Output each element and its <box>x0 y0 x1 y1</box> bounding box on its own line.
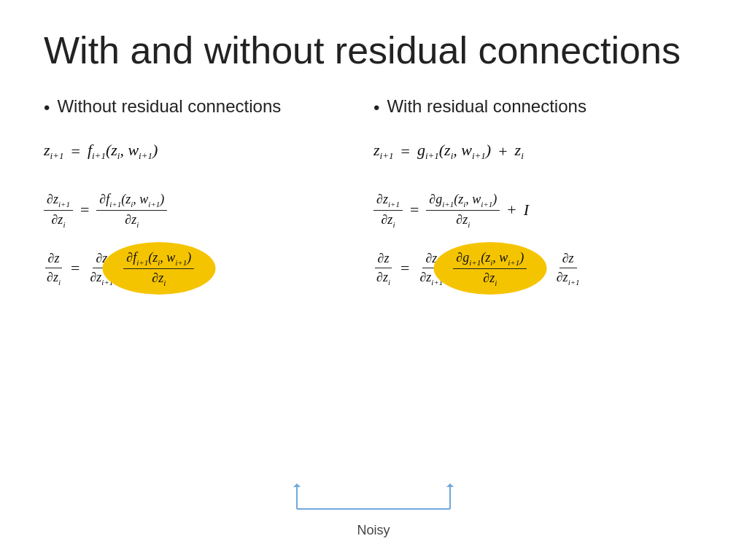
right-f2-lhs-frac: ∂zi+1 ∂zi <box>374 192 403 228</box>
svg-marker-1 <box>293 483 301 487</box>
noisy-label: Noisy <box>357 523 390 538</box>
right-f1-rhs: gi+1(zi, wi+1) <box>417 141 491 162</box>
left-formula-2: ∂zi+1 ∂zi = ∂fi+1(zi, wi+1) ∂zi <box>44 192 374 228</box>
right-f3-last-frac: ∂z ∂zi+1 <box>554 251 583 287</box>
left-f2-lhs-frac: ∂zi+1 ∂zi <box>44 192 73 228</box>
left-column: • Without residual connections zi+1 = fi… <box>44 95 374 306</box>
right-oval-highlight: ∂gi+1(zi, wi+1) ∂zi <box>453 250 527 287</box>
left-bullet-dot: • <box>44 96 50 119</box>
right-formula-2: ∂zi+1 ∂zi = ∂gi+1(zi, wi+1) ∂zi + I <box>374 192 703 228</box>
noisy-arrows <box>220 483 527 520</box>
right-f2-rhs-frac: ∂gi+1(zi, wi+1) ∂zi <box>426 192 500 228</box>
left-bullet: • Without residual connections <box>44 95 374 119</box>
columns-container: • Without residual connections zi+1 = fi… <box>44 95 703 306</box>
left-bullet-text: Without residual connections <box>57 95 281 117</box>
left-f1-rhs: fi+1(zi, wi+1) <box>88 141 158 162</box>
right-formula-1: zi+1 = gi+1(zi, wi+1) + zi <box>374 133 703 170</box>
right-bullet-text: With residual connections <box>387 95 586 117</box>
right-f1-lhs: zi+1 <box>374 141 393 162</box>
right-formula-3: ∂z ∂zi = ∂z ∂zi+1 ∂gi+1(zi, wi+1) ∂zi + <box>374 250 703 287</box>
left-formula-1: zi+1 = fi+1(zi, wi+1) <box>44 133 374 170</box>
left-oval-highlight: ∂fi+1(zi, wi+1) ∂zi <box>123 250 194 287</box>
right-f3-lhs-frac: ∂z ∂zi <box>374 251 393 287</box>
left-f1-lhs: zi+1 <box>44 141 63 162</box>
right-column: • With residual connections zi+1 = gi+1(… <box>374 95 703 306</box>
slide: With and without residual connections • … <box>0 0 747 560</box>
slide-title: With and without residual connections <box>44 29 703 73</box>
left-f3-lhs-frac: ∂z ∂zi <box>44 251 63 287</box>
left-f3-oval-frac: ∂fi+1(zi, wi+1) ∂zi <box>123 250 194 287</box>
right-bullet: • With residual connections <box>374 95 703 119</box>
svg-marker-3 <box>446 483 454 487</box>
right-bullet-dot: • <box>374 96 379 119</box>
bottom-noisy-area: Noisy <box>0 483 747 538</box>
left-f2-rhs-frac: ∂fi+1(zi, wi+1) ∂zi <box>96 192 167 228</box>
right-f2-I: I <box>524 201 529 219</box>
right-f3-oval-frac: ∂gi+1(zi, wi+1) ∂zi <box>453 250 527 287</box>
left-formula-3: ∂z ∂zi = ∂z ∂zi+1 ∂fi+1(zi, wi+1) ∂zi <box>44 250 374 287</box>
